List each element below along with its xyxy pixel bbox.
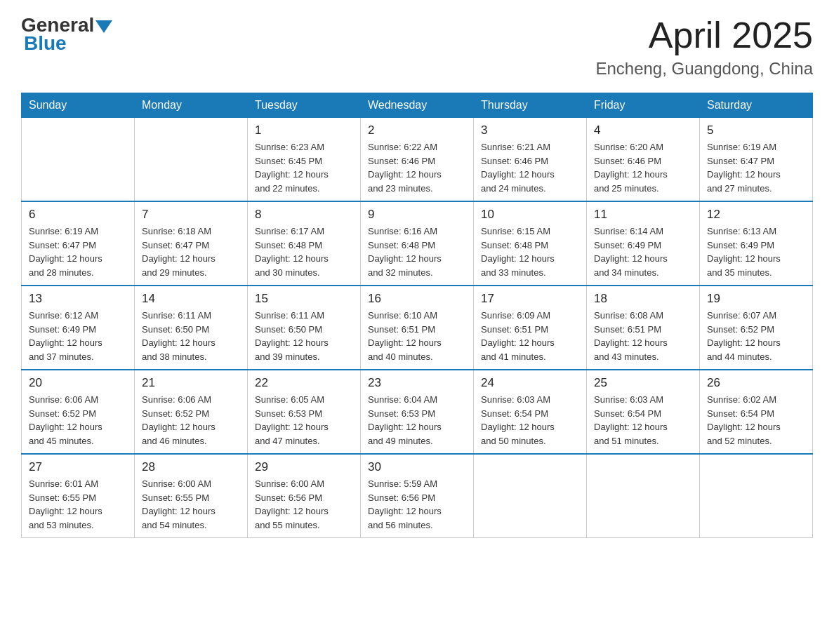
- day-info: Sunrise: 6:02 AMSunset: 6:54 PMDaylight:…: [707, 393, 805, 448]
- calendar-day-cell: 26Sunrise: 6:02 AMSunset: 6:54 PMDayligh…: [700, 370, 813, 454]
- calendar-day-cell: 2Sunrise: 6:22 AMSunset: 6:46 PMDaylight…: [361, 118, 474, 202]
- calendar-day-cell: 22Sunrise: 6:05 AMSunset: 6:53 PMDayligh…: [248, 370, 361, 454]
- day-info: Sunrise: 6:10 AMSunset: 6:51 PMDaylight:…: [368, 309, 466, 363]
- calendar-week-row: 20Sunrise: 6:06 AMSunset: 6:52 PMDayligh…: [22, 370, 813, 454]
- calendar-day-header: Wednesday: [361, 93, 474, 118]
- calendar-day-cell: 24Sunrise: 6:03 AMSunset: 6:54 PMDayligh…: [474, 370, 587, 454]
- day-number: 8: [255, 208, 353, 222]
- calendar-day-cell: 28Sunrise: 6:00 AMSunset: 6:55 PMDayligh…: [135, 454, 248, 538]
- calendar-day-header: Monday: [135, 93, 248, 118]
- day-number: 23: [368, 376, 466, 390]
- day-info: Sunrise: 6:23 AMSunset: 6:45 PMDaylight:…: [255, 140, 353, 195]
- day-number: 26: [707, 376, 805, 390]
- calendar-day-cell: [22, 118, 135, 202]
- calendar-table: SundayMondayTuesdayWednesdayThursdayFrid…: [21, 93, 813, 538]
- day-info: Sunrise: 6:15 AMSunset: 6:48 PMDaylight:…: [481, 224, 579, 279]
- calendar-day-cell: 30Sunrise: 5:59 AMSunset: 6:56 PMDayligh…: [361, 454, 474, 538]
- location-subtitle: Encheng, Guangdong, China: [595, 59, 813, 79]
- calendar-day-cell: 7Sunrise: 6:18 AMSunset: 6:47 PMDaylight…: [135, 201, 248, 286]
- calendar-day-cell: 17Sunrise: 6:09 AMSunset: 6:51 PMDayligh…: [474, 286, 587, 370]
- day-info: Sunrise: 6:22 AMSunset: 6:46 PMDaylight:…: [368, 140, 466, 195]
- calendar-day-cell: 14Sunrise: 6:11 AMSunset: 6:50 PMDayligh…: [135, 286, 248, 370]
- day-info: Sunrise: 6:12 AMSunset: 6:49 PMDaylight:…: [29, 309, 127, 363]
- day-info: Sunrise: 6:03 AMSunset: 6:54 PMDaylight:…: [481, 393, 579, 448]
- day-number: 30: [368, 460, 466, 474]
- calendar-week-row: 13Sunrise: 6:12 AMSunset: 6:49 PMDayligh…: [22, 286, 813, 370]
- calendar-day-header: Tuesday: [248, 93, 361, 118]
- day-number: 15: [255, 292, 353, 306]
- day-info: Sunrise: 6:03 AMSunset: 6:54 PMDaylight:…: [594, 393, 692, 448]
- calendar-day-cell: 12Sunrise: 6:13 AMSunset: 6:49 PMDayligh…: [700, 201, 813, 286]
- day-number: 28: [142, 460, 240, 474]
- calendar-day-cell: 25Sunrise: 6:03 AMSunset: 6:54 PMDayligh…: [587, 370, 700, 454]
- day-number: 14: [142, 292, 240, 306]
- calendar-day-cell: 15Sunrise: 6:11 AMSunset: 6:50 PMDayligh…: [248, 286, 361, 370]
- day-info: Sunrise: 6:17 AMSunset: 6:48 PMDaylight:…: [255, 224, 353, 279]
- day-number: 27: [29, 460, 127, 474]
- day-info: Sunrise: 6:20 AMSunset: 6:46 PMDaylight:…: [594, 140, 692, 195]
- day-info: Sunrise: 6:16 AMSunset: 6:48 PMDaylight:…: [368, 224, 466, 279]
- calendar-day-cell: 1Sunrise: 6:23 AMSunset: 6:45 PMDaylight…: [248, 118, 361, 202]
- calendar-week-row: 27Sunrise: 6:01 AMSunset: 6:55 PMDayligh…: [22, 454, 813, 538]
- day-number: 11: [594, 208, 692, 222]
- calendar-day-cell: 5Sunrise: 6:19 AMSunset: 6:47 PMDaylight…: [700, 118, 813, 202]
- day-info: Sunrise: 5:59 AMSunset: 6:56 PMDaylight:…: [368, 477, 466, 532]
- day-info: Sunrise: 6:08 AMSunset: 6:51 PMDaylight:…: [594, 309, 692, 363]
- day-number: 4: [594, 123, 692, 137]
- day-info: Sunrise: 6:09 AMSunset: 6:51 PMDaylight:…: [481, 309, 579, 363]
- day-info: Sunrise: 6:06 AMSunset: 6:52 PMDaylight:…: [142, 393, 240, 448]
- calendar-day-cell: 21Sunrise: 6:06 AMSunset: 6:52 PMDayligh…: [135, 370, 248, 454]
- calendar-day-cell: 9Sunrise: 6:16 AMSunset: 6:48 PMDaylight…: [361, 201, 474, 286]
- calendar-day-cell: 27Sunrise: 6:01 AMSunset: 6:55 PMDayligh…: [22, 454, 135, 538]
- calendar-day-header: Saturday: [700, 93, 813, 118]
- calendar-day-cell: [587, 454, 700, 538]
- day-number: 6: [29, 208, 127, 222]
- day-info: Sunrise: 6:13 AMSunset: 6:49 PMDaylight:…: [707, 224, 805, 279]
- logo: General Blue: [21, 14, 114, 55]
- calendar-day-cell: 8Sunrise: 6:17 AMSunset: 6:48 PMDaylight…: [248, 201, 361, 286]
- day-number: 24: [481, 376, 579, 390]
- day-number: 20: [29, 376, 127, 390]
- calendar-day-cell: 11Sunrise: 6:14 AMSunset: 6:49 PMDayligh…: [587, 201, 700, 286]
- calendar-day-cell: 19Sunrise: 6:07 AMSunset: 6:52 PMDayligh…: [700, 286, 813, 370]
- day-number: 18: [594, 292, 692, 306]
- day-number: 25: [594, 376, 692, 390]
- day-info: Sunrise: 6:11 AMSunset: 6:50 PMDaylight:…: [255, 309, 353, 363]
- calendar-day-header: Sunday: [22, 93, 135, 118]
- day-info: Sunrise: 6:06 AMSunset: 6:52 PMDaylight:…: [29, 393, 127, 448]
- calendar-week-row: 6Sunrise: 6:19 AMSunset: 6:47 PMDaylight…: [22, 201, 813, 286]
- calendar-day-cell: 16Sunrise: 6:10 AMSunset: 6:51 PMDayligh…: [361, 286, 474, 370]
- calendar-day-cell: [135, 118, 248, 202]
- day-number: 16: [368, 292, 466, 306]
- day-number: 3: [481, 123, 579, 137]
- day-number: 7: [142, 208, 240, 222]
- day-info: Sunrise: 6:00 AMSunset: 6:55 PMDaylight:…: [142, 477, 240, 532]
- day-number: 10: [481, 208, 579, 222]
- day-info: Sunrise: 6:00 AMSunset: 6:56 PMDaylight:…: [255, 477, 353, 532]
- page-header: General Blue April 2025 Encheng, Guangdo…: [21, 14, 813, 79]
- day-info: Sunrise: 6:07 AMSunset: 6:52 PMDaylight:…: [707, 309, 805, 363]
- day-number: 29: [255, 460, 353, 474]
- title-block: April 2025 Encheng, Guangdong, China: [595, 14, 813, 79]
- day-info: Sunrise: 6:04 AMSunset: 6:53 PMDaylight:…: [368, 393, 466, 448]
- calendar-day-cell: 13Sunrise: 6:12 AMSunset: 6:49 PMDayligh…: [22, 286, 135, 370]
- day-info: Sunrise: 6:21 AMSunset: 6:46 PMDaylight:…: [481, 140, 579, 195]
- calendar-week-row: 1Sunrise: 6:23 AMSunset: 6:45 PMDaylight…: [22, 118, 813, 202]
- day-info: Sunrise: 6:19 AMSunset: 6:47 PMDaylight:…: [707, 140, 805, 195]
- day-number: 5: [707, 123, 805, 137]
- day-number: 17: [481, 292, 579, 306]
- calendar-day-header: Friday: [587, 93, 700, 118]
- logo-triangle-icon: [95, 20, 112, 33]
- day-info: Sunrise: 6:11 AMSunset: 6:50 PMDaylight:…: [142, 309, 240, 363]
- calendar-day-cell: 18Sunrise: 6:08 AMSunset: 6:51 PMDayligh…: [587, 286, 700, 370]
- logo-blue-text: Blue: [24, 32, 67, 55]
- day-number: 19: [707, 292, 805, 306]
- day-number: 9: [368, 208, 466, 222]
- day-number: 1: [255, 123, 353, 137]
- day-info: Sunrise: 6:14 AMSunset: 6:49 PMDaylight:…: [594, 224, 692, 279]
- day-number: 21: [142, 376, 240, 390]
- calendar-header-row: SundayMondayTuesdayWednesdayThursdayFrid…: [22, 93, 813, 118]
- day-number: 22: [255, 376, 353, 390]
- day-number: 12: [707, 208, 805, 222]
- day-info: Sunrise: 6:01 AMSunset: 6:55 PMDaylight:…: [29, 477, 127, 532]
